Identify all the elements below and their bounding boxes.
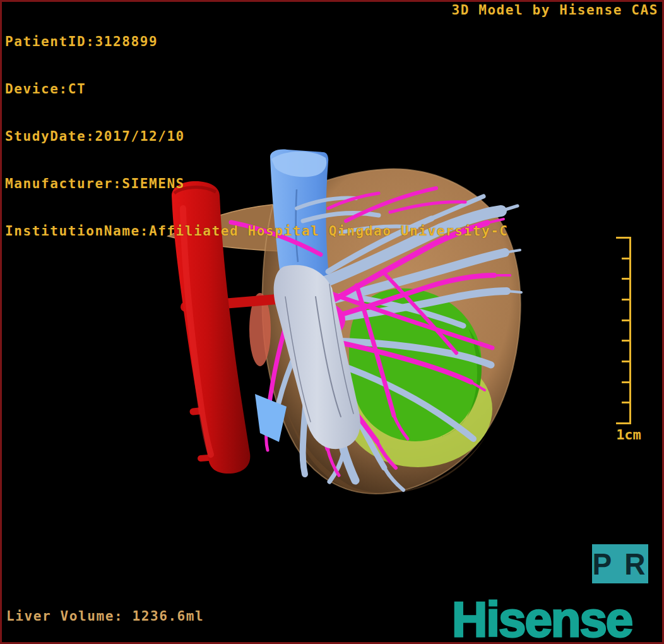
scale-tick <box>622 381 629 383</box>
scale-tick <box>622 258 629 259</box>
scale-bar-line <box>629 237 631 424</box>
manufacturer: Manufacturer:SIEMENS <box>5 176 509 192</box>
device: Device:CT <box>5 81 509 97</box>
scale-tick <box>622 361 629 362</box>
patient-id: PatientID:3128899 <box>5 34 509 50</box>
scale-bar <box>616 237 631 424</box>
hisense-logo: Hisense <box>452 591 632 644</box>
institution-name: InstitutionName:Affiliated Hospital Qing… <box>5 224 509 239</box>
watermark: 3D Model by Hisense CAS <box>451 3 658 18</box>
scale-tick <box>622 299 629 301</box>
scale-tick <box>622 319 629 321</box>
scale-tick <box>616 237 629 239</box>
orientation-badge: P R <box>592 544 648 583</box>
scale-tick <box>622 402 629 403</box>
scale-tick <box>622 278 629 280</box>
liver-volume-readout: Liver Volume: 1236.6ml <box>6 609 204 624</box>
study-date: StudyDate:2017/12/10 <box>5 129 509 145</box>
orientation-badge-label: P R <box>593 546 648 582</box>
patient-info-block: PatientID:3128899 Device:CT StudyDate:20… <box>5 3 509 255</box>
scale-tick <box>622 340 629 342</box>
scale-bar-label: 1cm <box>611 427 646 443</box>
scale-tick <box>616 422 629 424</box>
